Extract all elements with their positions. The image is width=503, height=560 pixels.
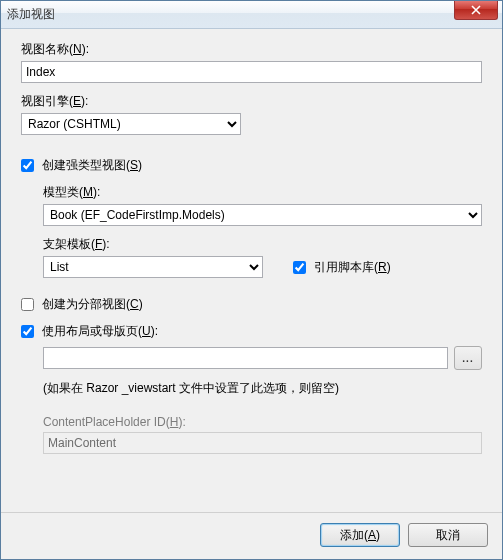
- layout-path-input[interactable]: [43, 347, 448, 369]
- model-class-label: 模型类(M):: [43, 184, 482, 201]
- window-title: 添加视图: [7, 6, 55, 23]
- cancel-button[interactable]: 取消: [408, 523, 488, 547]
- strongly-typed-checkbox-row: 创建强类型视图(S): [21, 157, 482, 174]
- reference-scripts-checkbox[interactable]: [293, 261, 306, 274]
- strongly-typed-label: 创建强类型视图(S): [42, 157, 142, 174]
- close-button[interactable]: [454, 1, 498, 20]
- view-name-label: 视图名称(N):: [21, 41, 482, 58]
- model-class-select[interactable]: Book (EF_CodeFirstImp.Models): [43, 204, 482, 226]
- scaffold-label: 支架模板(F):: [43, 236, 482, 253]
- partial-view-label: 创建为分部视图(C): [42, 296, 143, 313]
- partial-view-row: 创建为分部视图(C): [21, 296, 482, 313]
- content-placeholder-label: ContentPlaceHolder ID(H):: [43, 415, 482, 429]
- ellipsis-icon: ...: [462, 353, 473, 364]
- close-icon: [471, 5, 481, 15]
- use-layout-row: 使用布局或母版页(U):: [21, 323, 482, 340]
- strongly-typed-checkbox[interactable]: [21, 159, 34, 172]
- use-layout-checkbox[interactable]: [21, 325, 34, 338]
- view-engine-select[interactable]: Razor (CSHTML): [21, 113, 241, 135]
- reference-scripts-label: 引用脚本库(R): [314, 259, 391, 276]
- layout-hint: (如果在 Razor _viewstart 文件中设置了此选项，则留空): [43, 380, 482, 397]
- content-placeholder-input: [43, 432, 482, 454]
- partial-view-checkbox[interactable]: [21, 298, 34, 311]
- add-view-dialog: 添加视图 视图名称(N): 视图引擎(E): Razor (CSHTML): [0, 0, 503, 560]
- view-engine-label: 视图引擎(E):: [21, 93, 482, 110]
- view-name-input[interactable]: [21, 61, 482, 83]
- titlebar: 添加视图: [1, 1, 502, 29]
- add-button[interactable]: 添加(A): [320, 523, 400, 547]
- scaffold-select[interactable]: List: [43, 256, 263, 278]
- use-layout-label: 使用布局或母版页(U):: [42, 323, 158, 340]
- browse-layout-button[interactable]: ...: [454, 346, 482, 370]
- reference-scripts-row: 引用脚本库(R): [293, 259, 391, 276]
- dialog-content: 视图名称(N): 视图引擎(E): Razor (CSHTML) 创建强类型视图…: [1, 29, 502, 512]
- button-bar: 添加(A) 取消: [1, 512, 502, 559]
